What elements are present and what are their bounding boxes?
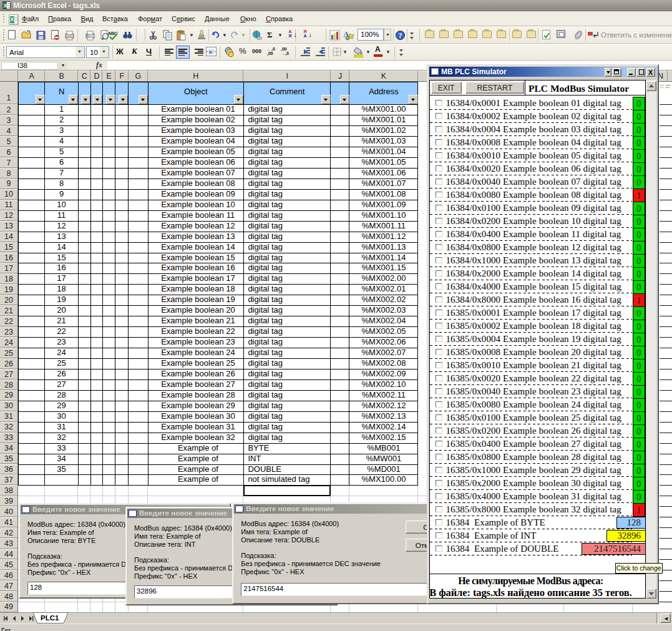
svg-text:a: a [209, 49, 212, 55]
svg-text:?: ? [398, 31, 402, 40]
